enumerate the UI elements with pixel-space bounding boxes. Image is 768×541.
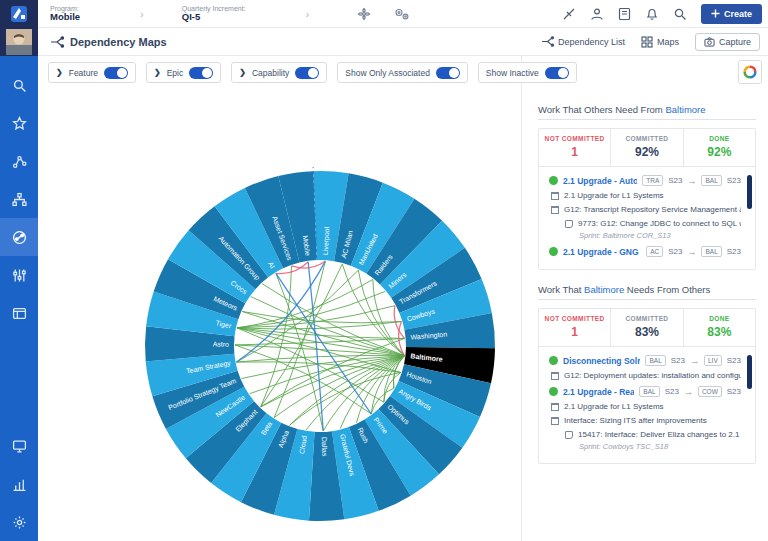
colorwheel-icon [743, 65, 757, 79]
from-team-badge: TRA [642, 175, 663, 186]
from-sprint: S23 [668, 247, 682, 256]
toggle-switch[interactable] [436, 67, 460, 79]
arrow-icon: → [687, 176, 696, 186]
toggle-label: Show Inactive [486, 68, 539, 78]
create-button[interactable]: Create [701, 4, 762, 24]
toggle-label: Epic [167, 68, 184, 78]
feature-icon [551, 192, 559, 200]
plus-icon [711, 9, 720, 18]
dependency-maps-app: Program: Mobile › Quarterly Increment: Q… [0, 0, 768, 541]
stats-row: NOT COMMITTED1COMMITTED83%DONE83% [539, 309, 755, 347]
dependency-item: 2.1 Upgrade - Auto GNCTRAS23→BALS232.1 U… [549, 175, 741, 240]
sidebar-reports[interactable] [0, 465, 38, 503]
dependency-title-link[interactable]: 2.1 Upgrade - Ready to [563, 387, 634, 397]
capture-button-label: Capture [719, 37, 751, 47]
wheel-label-astro[interactable]: Astro [213, 341, 230, 348]
dependency-title-link[interactable]: 2.1 Upgrade - GNG pass [563, 247, 641, 257]
stat-not-committed: NOT COMMITTED1 [539, 129, 610, 166]
toggle-epic[interactable]: ❯Epic [146, 62, 221, 83]
feature-row[interactable]: Interface: Sizing ITS after improvements [551, 416, 741, 425]
create-button-label: Create [724, 9, 752, 19]
profile-icon[interactable] [590, 7, 604, 21]
toggle-capability[interactable]: ❯Capability [231, 62, 327, 83]
dependency-map-icon [50, 36, 64, 48]
dependency-wheel-svg[interactable]: MobileLiverpoolAC MilanManUnitedRaidersM… [38, 84, 521, 541]
feature-row[interactable]: 2.1 Upgrade for L1 Systems [551, 191, 741, 200]
jira-align-logo-icon [10, 5, 28, 23]
program-selector[interactable]: Program: Mobile [50, 5, 80, 22]
status-dot [549, 176, 558, 185]
team-link[interactable]: Baltimore [665, 104, 705, 115]
maps-link[interactable]: Maps [641, 36, 679, 48]
stat-done: DONE92% [683, 129, 755, 166]
story-row[interactable]: 15417: Interface: Deliver Eliza changes … [565, 430, 741, 439]
expand-chevron-icon: ❯ [56, 68, 63, 77]
dependency-card: NOT COMMITTED1COMMITTED83%DONE83%Disconn… [538, 308, 756, 464]
sidebar-admin[interactable] [0, 503, 38, 541]
user-avatar[interactable] [0, 28, 38, 56]
sidebar-dependencies[interactable] [0, 218, 38, 256]
page-title-label: Dependency Maps [70, 36, 167, 48]
toggle-switch[interactable] [104, 67, 128, 79]
feature-icon [551, 372, 559, 380]
to-sprint: S23 [727, 387, 741, 396]
toggle-feature[interactable]: ❯Feature [48, 62, 136, 83]
legend-colorwheel-button[interactable] [738, 60, 762, 84]
program-board-icon[interactable] [618, 7, 631, 21]
feature-icon [551, 417, 559, 425]
maps-icon [641, 36, 653, 48]
dependency-items: 2.1 Upgrade - Auto GNCTRAS23→BALS232.1 U… [539, 167, 755, 269]
search-icon[interactable] [673, 7, 687, 21]
sliders-icon [12, 268, 27, 283]
to-team-badge: COW [698, 386, 722, 397]
feature-row[interactable]: G12: Deployment updates: installation an… [551, 371, 741, 380]
dependency-wheel[interactable]: MobileLiverpoolAC MilanManUnitedRaidersM… [38, 84, 521, 541]
toggle-show-only-associated[interactable]: Show Only Associated [337, 62, 468, 83]
dependency-list-link[interactable]: Dependency List [541, 36, 625, 47]
sidebar-search[interactable] [0, 66, 38, 104]
stat-not-committed: NOT COMMITTED1 [539, 309, 610, 346]
card-scrollbar[interactable] [747, 355, 752, 389]
dependency-title-link[interactable]: 2.1 Upgrade - Auto GNC [563, 176, 637, 186]
quarterly-increment-selector[interactable]: Quarterly Increment: QI-5 [182, 5, 246, 22]
toggle-show-inactive[interactable]: Show Inactive [478, 62, 577, 83]
navigator-icon[interactable] [357, 7, 371, 21]
qi-value: QI-5 [182, 12, 246, 22]
notifications-bell-icon[interactable] [645, 7, 659, 21]
sidebar-favorites[interactable] [0, 104, 38, 142]
dependency-chord[interactable] [237, 328, 405, 339]
sidebar-roadmap[interactable] [0, 142, 38, 180]
feature-row[interactable]: G12: Transcript Repository Service Manag… [551, 205, 741, 214]
card-scrollbar[interactable] [747, 175, 752, 209]
sprint-label: Sprint: Cowboys TSC_S18 [579, 442, 741, 451]
status-dot [549, 247, 558, 256]
monitor-icon [12, 439, 27, 454]
toggle-switch[interactable] [295, 67, 319, 79]
arrow-icon: → [690, 356, 699, 366]
sidebar-hierarchy[interactable] [0, 180, 38, 218]
capture-button[interactable]: Capture [695, 33, 760, 51]
dependency-title-link[interactable]: Disconnecting Solr [563, 356, 640, 366]
wheel-label-dallas[interactable]: Dallas [321, 437, 329, 457]
toggle-switch[interactable] [545, 67, 569, 79]
to-team-badge: BAL [701, 175, 721, 186]
team-link[interactable]: Baltimore [584, 284, 624, 295]
left-sidebar [0, 56, 38, 541]
dependencies-icon [12, 230, 27, 245]
sidebar-filters[interactable] [0, 256, 38, 294]
page-header: Dependency Maps Dependency List Maps Cap… [0, 28, 768, 56]
feature-row[interactable]: 2.1 Upgrade for L1 Systems [551, 402, 741, 411]
chart-icon [12, 477, 27, 492]
toggle-switch[interactable] [189, 67, 213, 79]
view-switcher: Dependency List Maps Capture [541, 33, 768, 51]
assistant-icon[interactable] [562, 7, 576, 21]
to-sprint: S23 [727, 356, 741, 365]
expand-chevron-icon: ❯ [239, 68, 246, 77]
settings-gears-icon[interactable] [393, 7, 411, 21]
breadcrumb-chevron-icon: › [140, 8, 144, 20]
from-sprint: S23 [671, 356, 685, 365]
sidebar-backlog[interactable] [0, 294, 38, 332]
sidebar-room[interactable] [0, 427, 38, 465]
app-logo[interactable] [0, 0, 38, 28]
story-row[interactable]: 9773: G12: Change JDBC to connect to SQL… [565, 219, 741, 228]
